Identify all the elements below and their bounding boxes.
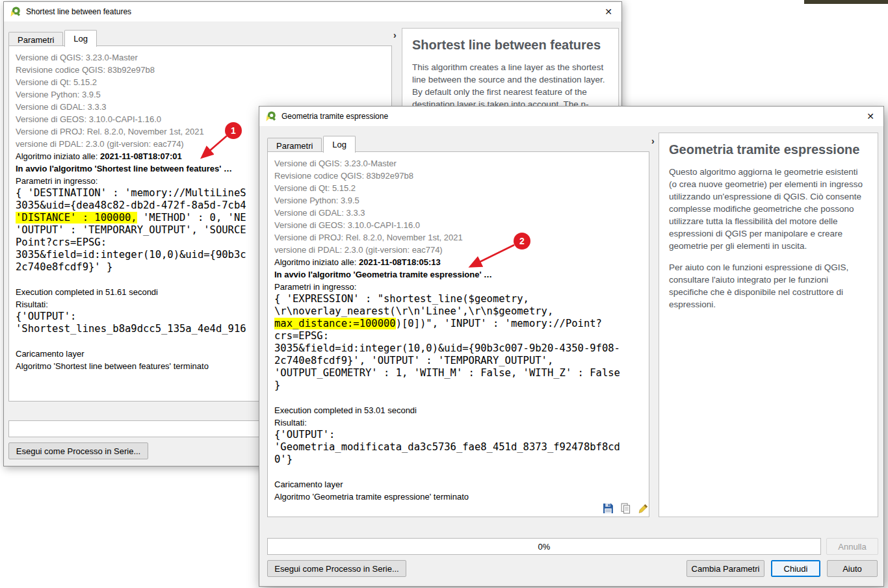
log-line: Versione Python: 3.9.5 [274, 194, 642, 207]
log-line: Execution completed in 53.01 secondi [274, 404, 642, 416]
log-line: } [274, 379, 642, 392]
clear-log-icon[interactable] [638, 503, 649, 514]
log-line: Versione di PROJ: Rel. 8.2.0, November 1… [274, 231, 642, 244]
help-text: Questo algoritmo aggiorna le geometrie e… [669, 166, 868, 311]
log-line: 'Geometria_modificata_da3c5736_fae8_451d… [274, 441, 642, 454]
help-title: Shortest line between features [412, 38, 608, 53]
help-paragraph: Questo algoritmo aggiorna le geometrie e… [669, 166, 868, 252]
log-line: Risultati: [274, 416, 642, 429]
log-line: 0'} [274, 454, 642, 466]
help-paragraph: Per aiuto con le funzioni espressione di… [669, 261, 868, 311]
log-line: max_distance:=100000)[0])", 'INPUT' : 'm… [274, 318, 642, 330]
tab-parametri[interactable]: Parametri [8, 32, 63, 47]
log-line: 3035&field=id:integer(10,0)&uid={90b3c00… [274, 342, 642, 355]
tab-parametri[interactable]: Parametri [267, 138, 322, 153]
help-title: Geometria tramite espressione [669, 142, 868, 157]
batch-process-button[interactable]: Esegui come Processo in Serie... [8, 442, 148, 459]
help-panel[interactable]: Geometria tramite espressione Questo alg… [659, 133, 878, 517]
log-line: crs=EPSG: [274, 330, 642, 342]
log-line: 'OUTPUT_GEOMETRY' : 1, 'WITH_M' : False,… [274, 367, 642, 379]
log-line: Algoritmo iniziato alle: 2021-11-08T18:0… [274, 256, 642, 268]
log-line: Versione di GEOS: 3.10.0-CAPI-1.16.0 [274, 219, 642, 231]
qgis-logo-icon [265, 110, 277, 122]
tab-log[interactable]: Log [64, 30, 97, 47]
log-line: Versione di Qt: 5.15.2 [16, 76, 385, 88]
splitter-collapse-icon[interactable]: › [651, 137, 655, 145]
close-icon[interactable]: ✕ [605, 6, 612, 17]
window-title: Geometria tramite espressione [281, 112, 388, 121]
log-line: {'OUTPUT': [274, 429, 642, 441]
log-line: 2c740e8fcdf9}', 'OUTPUT' : 'TEMPORARY_OU… [274, 355, 642, 367]
log-line: Versione di QGIS: 3.23.0-Master [16, 51, 385, 64]
close-icon[interactable]: ✕ [867, 111, 874, 121]
log-line: Parametri in ingresso: [274, 281, 642, 293]
log-line: \r\noverlay_nearest(\r\n'Linee',\r\n$geo… [274, 305, 642, 318]
progress-label: 0% [538, 542, 551, 552]
log-toolbar [603, 503, 649, 514]
window-titlebar[interactable]: Geometria tramite espressione ✕ [259, 107, 883, 126]
qgis-logo-icon [10, 6, 21, 18]
log-line: Algoritmo 'Geometria tramite espressione… [274, 491, 642, 503]
batch-process-button[interactable]: Esegui come Processo in Serie... [267, 560, 406, 577]
log-line: { 'EXPRESSION' : "shortest_line($geometr… [274, 293, 642, 305]
help-button[interactable]: Aiuto [827, 560, 878, 577]
log-line: Revisione codice QGIS: 83b92e97b8 [274, 170, 642, 182]
help-paragraph: This algorithm creates a line layer as t… [412, 61, 608, 110]
tab-bar: Parametri Log [8, 30, 98, 47]
tab-log[interactable]: Log [323, 136, 356, 153]
dialog-geometria-tramite-espressione: Geometria tramite espressione ✕ Parametr… [259, 106, 884, 587]
log-output[interactable]: Versione di QGIS: 3.23.0-MasterRevisione… [267, 151, 649, 517]
log-line: versione di PDAL: 2.3.0 (git-version: ea… [274, 244, 642, 256]
log-line: Versione Python: 3.9.5 [16, 88, 385, 101]
tab-bar: Parametri Log [267, 136, 357, 153]
window-titlebar[interactable]: Shortest line between features ✕ [4, 2, 621, 21]
change-parameters-button[interactable]: Cambia Parametri [686, 560, 764, 577]
help-text: This algorithm creates a line layer as t… [412, 61, 608, 110]
background-map-sliver [804, 0, 888, 4]
log-line [274, 392, 642, 404]
copy-log-icon[interactable] [620, 503, 631, 514]
cancel-button[interactable]: Annulla [826, 538, 878, 555]
progress-bar: 0% [267, 538, 821, 555]
save-log-icon[interactable] [603, 503, 614, 514]
log-line: Versione di Qt: 5.15.2 [274, 182, 642, 194]
log-line [274, 466, 642, 478]
log-line: Caricamento layer [274, 478, 642, 491]
close-dialog-button[interactable]: Chiudi [771, 560, 820, 577]
log-line: Revisione codice QGIS: 83b92e97b8 [16, 64, 385, 76]
splitter-collapse-icon[interactable]: › [393, 31, 397, 39]
log-line: Versione di GDAL: 3.3.3 [274, 207, 642, 219]
log-line: Versione di QGIS: 3.23.0-Master [274, 157, 642, 170]
window-title: Shortest line between features [26, 7, 131, 16]
log-line: In avvio l'algoritmo 'Geometria tramite … [274, 268, 642, 281]
